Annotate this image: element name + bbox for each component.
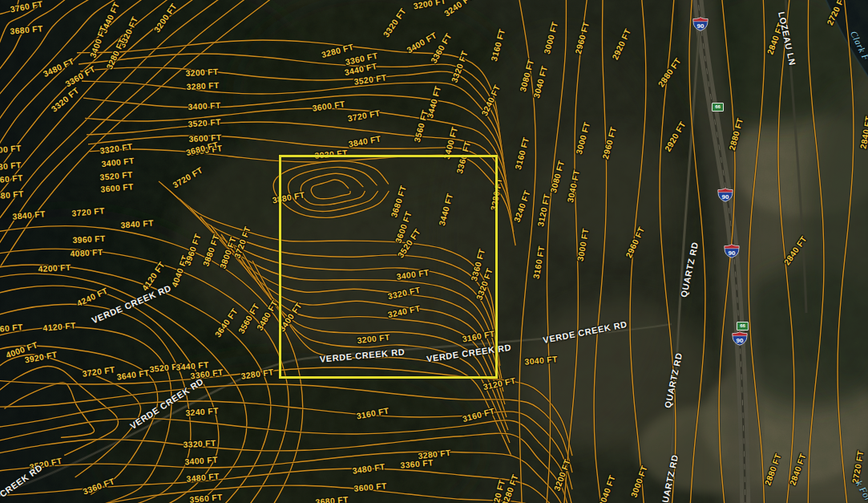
parcel-boundary-box[interactable] — [279, 155, 498, 379]
interstate-number: 90 — [737, 337, 744, 344]
mile-marker-icon: 66 — [737, 322, 749, 331]
interstate-90-shield: 90 — [724, 244, 740, 258]
interstate-90-shield: 90 — [717, 188, 733, 202]
map-canvas[interactable]: 3760 FT3680 FT3440 FT3400 FT3320 FT3280 … — [0, 0, 868, 503]
interstate-number: 90 — [729, 249, 736, 257]
interstate-90-shield: 90 — [692, 17, 709, 31]
interstate-90-shield: 90 — [732, 331, 748, 346]
interstate-number: 90 — [697, 22, 704, 30]
mile-marker-icon: 66 — [712, 103, 724, 112]
interstate-number: 90 — [722, 193, 729, 201]
